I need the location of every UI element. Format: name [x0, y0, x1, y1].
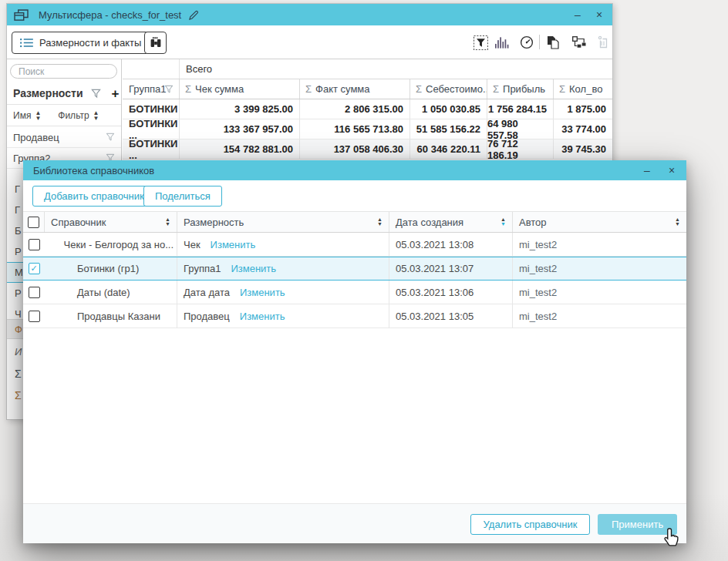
dialog-footer: Удалить справочник Применить — [23, 503, 686, 543]
column-header-dictionary[interactable]: Справочник — [45, 212, 177, 232]
dialog-actions: Добавить справочник Поделиться — [23, 180, 686, 211]
column-header-author[interactable]: Автор — [513, 212, 686, 232]
dialog-row-checkbox-3[interactable]: ✓ — [29, 311, 40, 322]
column-header-dimension[interactable]: Размерность — [177, 212, 389, 232]
dialog-row-2[interactable]: ✓ Даты (date) Дата дата Изменить 05.03.2… — [23, 280, 686, 304]
sidebar-item-prodavec[interactable]: Продавец — [7, 127, 121, 148]
dialog-row-1[interactable]: ✓ Ботинки (гр1) Группа1 Изменить 05.03.2… — [23, 257, 686, 280]
dimensions-section-header: Размерности + — [7, 82, 121, 105]
author: mi_test2 — [513, 257, 686, 280]
apply-button[interactable]: Применить — [598, 514, 677, 535]
author: mi_test2 — [513, 304, 686, 328]
dimension-cell: Продавец Изменить — [177, 304, 389, 328]
select-all-checkbox[interactable]: ✓ — [28, 217, 39, 228]
sidebar-item-label: Продавец — [13, 132, 59, 143]
search-input[interactable] — [10, 64, 117, 79]
dictionary-name: Ботинки (гр1) — [45, 257, 177, 280]
pivot-data-row[interactable]: БОТИНКИ ... 133 367 957.00 116 565 713.8… — [123, 119, 612, 139]
bar-chart-icon[interactable] — [495, 35, 511, 50]
close-button[interactable]: × — [591, 6, 608, 23]
pivot-measure-header[interactable]: ΣКол_во — [554, 79, 612, 99]
sort-icon-desc-active[interactable] — [501, 217, 506, 227]
dictionary-name: Продавцы Казани — [45, 304, 177, 328]
hierarchy-layout-icon[interactable] — [571, 35, 587, 50]
dialog-minimize-button[interactable]: – — [639, 162, 656, 179]
add-dictionary-button[interactable]: Добавить справочник — [32, 186, 156, 207]
dialog-row-3[interactable]: ✓ Продавцы Казани Продавец Изменить 05.0… — [23, 304, 686, 328]
dialog-row-checkbox-1[interactable]: ✓ — [29, 263, 40, 274]
name-sort-icon[interactable] — [35, 110, 41, 121]
author: mi_test2 — [513, 233, 686, 256]
dictionary-name: Даты (date) — [45, 280, 177, 304]
pivot-total-cell[interactable]: Всего — [180, 59, 612, 79]
name-column-label[interactable]: Имя — [13, 110, 31, 121]
edit-link[interactable]: Изменить — [231, 263, 276, 274]
dialog-title: Библиотека справочников — [33, 165, 154, 176]
created-date: 05.03.2021 13:08 — [389, 233, 513, 256]
window-title: Мультисфера - checks_for_test — [39, 9, 181, 21]
created-date: 05.03.2021 13:05 — [389, 304, 513, 328]
pivot-data-row[interactable]: БОТИНКИ 3 399 825.00 2 806 315.00 1 050 … — [123, 99, 612, 119]
gauge-icon[interactable] — [519, 35, 534, 50]
dialog-titlebar: Библиотека справочников – × — [23, 160, 686, 180]
dialog-row-checkbox-0[interactable]: ✓ — [29, 239, 40, 250]
pivot-header-row: Группа1 ΣЧек сумма ΣФакт сумма ΣСебестои… — [123, 79, 612, 99]
dimension-cell: Чек Изменить — [177, 233, 389, 256]
edit-title-icon[interactable] — [188, 9, 200, 21]
toolbar-separator — [539, 35, 540, 49]
select-all-column: ✓ — [23, 212, 45, 232]
main-toolbar: Размерности и факты — [7, 25, 612, 59]
pivot-data-row[interactable]: БОТИНКИ ... 154 782 881.00 137 058 406.3… — [123, 139, 612, 160]
funnel-icon[interactable] — [164, 85, 174, 94]
pivot-measure-header[interactable]: ΣСебестоимо... — [410, 79, 487, 99]
sort-icon[interactable] — [377, 217, 383, 227]
dialog-row-0[interactable]: ✓ Чеки - Белгород за но... Чек Изменить … — [23, 233, 686, 257]
edit-link[interactable]: Изменить — [240, 311, 285, 322]
pivot-measure-header[interactable]: ΣЧек сумма — [180, 79, 300, 99]
edit-link[interactable]: Изменить — [240, 287, 285, 298]
created-date: 05.03.2021 13:06 — [389, 280, 513, 304]
filter-sort-icon[interactable] — [93, 110, 99, 121]
filter-selection-icon[interactable] — [473, 35, 488, 50]
pivot-corner-cell — [123, 59, 180, 79]
dimensions-filter-icon[interactable] — [91, 89, 101, 99]
minimize-button[interactable]: – — [569, 6, 586, 23]
dimensions-title: Размерности — [13, 87, 83, 99]
dialog-close-button[interactable]: × — [663, 162, 680, 179]
delete-dictionary-button[interactable]: Удалить справочник — [470, 514, 590, 535]
filter-column-label[interactable]: Фильтр — [58, 110, 89, 121]
add-dimension-icon[interactable]: + — [112, 87, 120, 100]
author: mi_test2 — [513, 280, 686, 304]
pivot-total-row: Всего — [123, 59, 612, 79]
dimensions-facts-label: Размерности и факты — [39, 37, 141, 49]
sidebar-columns-header: Имя Фильтр — [7, 105, 121, 126]
created-date: 05.03.2021 13:07 — [389, 257, 513, 280]
sort-icon[interactable] — [165, 217, 170, 227]
pivot-rowdim-header[interactable]: Группа1 — [123, 79, 180, 99]
main-titlebar: Мультисфера - checks_for_test – × — [7, 4, 612, 25]
screen: Мультисфера - checks_for_test – × Размер… — [0, 0, 728, 561]
pivot-measure-header[interactable]: ΣФакт сумма — [300, 79, 410, 99]
list-icon — [20, 38, 33, 48]
funnel-icon[interactable] — [106, 133, 115, 142]
copy-sheets-icon[interactable] — [545, 35, 561, 50]
dimensions-facts-button[interactable]: Размерности и факты — [12, 32, 150, 54]
dictionary-name: Чеки - Белгород за но... — [45, 233, 177, 256]
edit-link[interactable]: Изменить — [211, 239, 256, 250]
dialog-table-header: ✓ Справочник Размерность Дата создания А… — [23, 211, 686, 233]
column-header-date[interactable]: Дата создания — [389, 212, 513, 232]
dimension-cell: Группа1 Изменить — [177, 257, 389, 280]
dialog-row-checkbox-2[interactable]: ✓ — [29, 287, 40, 298]
archive-disabled-icon — [595, 35, 610, 50]
library-dialog: Библиотека справочников – × Добавить спр… — [23, 160, 686, 543]
pivot-measure-header[interactable]: ΣПрибыль — [487, 79, 554, 99]
sort-icon[interactable] — [675, 217, 680, 227]
app-cascade-icon — [14, 8, 29, 22]
search-binoculars-button[interactable] — [144, 32, 167, 54]
dimension-cell: Дата дата Изменить — [177, 280, 389, 304]
share-button[interactable]: Поделиться — [143, 186, 222, 207]
binoculars-icon — [150, 37, 162, 49]
